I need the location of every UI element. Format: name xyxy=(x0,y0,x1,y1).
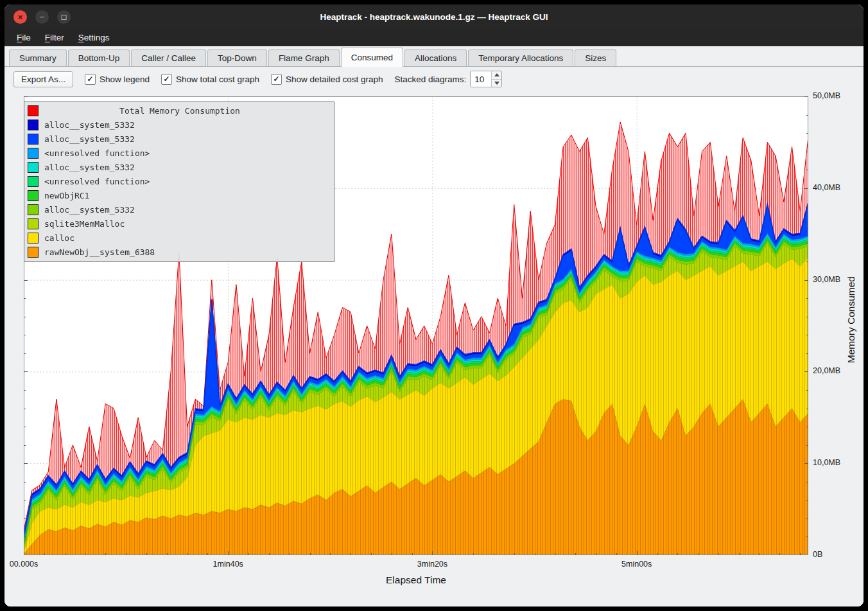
legend-swatch xyxy=(28,233,39,244)
tab-allocations[interactable]: Allocations xyxy=(404,49,467,66)
menubar: File Filter Settings xyxy=(4,29,864,46)
legend-label: alloc__system_5332 xyxy=(44,134,135,144)
tab-top-down[interactable]: Top-Down xyxy=(207,49,267,66)
legend-title-row: Total Memory Consumption xyxy=(28,103,331,118)
legend-swatch xyxy=(28,120,39,130)
spin-buttons xyxy=(491,71,501,87)
legend-item: alloc__system_5332 xyxy=(28,160,331,174)
legend-label: calloc xyxy=(44,233,74,243)
checkbox-box[interactable]: ✓ xyxy=(85,74,96,85)
export-as-button[interactable]: Export As... xyxy=(13,71,73,87)
stacked-diagrams-input[interactable] xyxy=(471,71,491,87)
tab-flame-graph[interactable]: Flame Graph xyxy=(268,49,340,66)
y-axis-title: Memory Consumed xyxy=(846,276,857,363)
legend-swatch xyxy=(28,176,39,187)
window-titlebar[interactable]: × – ◻ Heaptrack - heaptrack.wakunode.1.g… xyxy=(4,4,864,29)
show-total-cost-checkbox[interactable]: ✓ Show total cost graph xyxy=(161,74,259,85)
legend-item: newObjRC1 xyxy=(28,188,331,202)
x-tick-label: 3min20s xyxy=(417,560,447,569)
legend-item: rawNewObj__system_6388 xyxy=(28,245,331,259)
y-tick-label: 20,0MB xyxy=(813,366,840,375)
heaptrack-window: × – ◻ Heaptrack - heaptrack.wakunode.1.g… xyxy=(4,4,864,607)
y-tick-label: 30,0MB xyxy=(813,275,840,284)
legend-item: alloc__system_5332 xyxy=(28,202,331,217)
tab-summary[interactable]: Summary xyxy=(9,49,67,66)
stacked-diagrams-label: Stacked diagrams: xyxy=(395,75,467,84)
show-legend-label: Show legend xyxy=(100,75,150,84)
legend-swatch xyxy=(28,105,39,116)
legend-label: alloc__system_5332 xyxy=(44,163,135,172)
legend-item: alloc__system_5332 xyxy=(28,132,331,146)
tab-sizes[interactable]: Sizes xyxy=(575,49,616,66)
tab-caller-callee[interactable]: Caller / Callee xyxy=(131,49,206,66)
tab-bottom-up[interactable]: Bottom-Up xyxy=(68,49,130,66)
legend-item: sqlite3MemMalloc xyxy=(28,217,331,231)
chart-legend: Total Memory Consumptionalloc__system_53… xyxy=(24,102,334,262)
y-tick-label: 10,0MB xyxy=(813,458,840,467)
legend-label: <unresolved function> xyxy=(44,177,150,186)
show-total-cost-label: Show total cost graph xyxy=(176,75,259,84)
legend-item: alloc__system_5332 xyxy=(28,118,331,132)
menu-filter[interactable]: Filter xyxy=(38,31,71,44)
show-detailed-cost-label: Show detailed cost graph xyxy=(286,75,383,84)
legend-label: rawNewObj__system_6388 xyxy=(44,247,155,257)
legend-swatch xyxy=(28,134,39,145)
spin-up-icon xyxy=(494,73,499,76)
legend-item: <unresolved function> xyxy=(28,146,331,160)
show-legend-checkbox[interactable]: ✓ Show legend xyxy=(85,74,150,85)
y-tick-label: 50,0MB xyxy=(813,91,840,100)
legend-title: Total Memory Consumption xyxy=(44,106,331,116)
legend-swatch xyxy=(28,190,39,201)
y-tick-label: 0B xyxy=(813,550,822,559)
legend-label: alloc__system_5332 xyxy=(44,205,135,215)
x-tick-label: 00.000s xyxy=(10,560,38,569)
checkbox-box[interactable]: ✓ xyxy=(161,74,172,85)
menu-settings[interactable]: Settings xyxy=(71,31,117,44)
checkbox-box[interactable]: ✓ xyxy=(271,74,282,85)
tabbar: Summary Bottom-Up Caller / Callee Top-Do… xyxy=(4,46,864,67)
legend-swatch xyxy=(28,162,39,173)
spin-down-button[interactable] xyxy=(492,79,501,87)
menu-file[interactable]: File xyxy=(10,31,38,44)
legend-swatch xyxy=(28,148,39,159)
show-detailed-cost-checkbox[interactable]: ✓ Show detailed cost graph xyxy=(271,74,383,85)
legend-swatch xyxy=(28,247,39,258)
tab-temporary-allocations[interactable]: Temporary Allocations xyxy=(468,49,573,66)
legend-item: calloc xyxy=(28,231,331,245)
tab-consumed[interactable]: Consumed xyxy=(341,48,403,67)
legend-label: alloc__system_5332 xyxy=(44,120,135,130)
x-tick-label: 1min40s xyxy=(213,560,243,569)
legend-label: <unresolved function> xyxy=(44,148,150,158)
legend-item: <unresolved function> xyxy=(28,174,331,188)
legend-swatch xyxy=(28,204,39,215)
check-icon: ✓ xyxy=(273,75,279,83)
window-title: Heaptrack - heaptrack.wakunode.1.gz — He… xyxy=(4,4,864,29)
screen: { "window": { "title": "Heaptrack - heap… xyxy=(0,0,868,611)
legend-label: newObjRC1 xyxy=(44,191,89,200)
x-axis-title: Elapsed Time xyxy=(24,574,808,586)
legend-label: sqlite3MemMalloc xyxy=(44,219,125,229)
toolbar: Export As... ✓ Show legend ✓ Show total … xyxy=(4,67,864,91)
check-icon: ✓ xyxy=(87,75,94,83)
x-tick-label: 5min00s xyxy=(621,560,652,569)
chart-area: Total Memory Consumptionalloc__system_53… xyxy=(4,91,864,607)
spin-down-icon xyxy=(494,82,499,85)
spin-up-button[interactable] xyxy=(492,71,501,79)
stacked-diagrams-spinbox[interactable] xyxy=(470,71,502,87)
check-icon: ✓ xyxy=(164,75,170,83)
y-tick-label: 40,0MB xyxy=(813,183,840,192)
legend-swatch xyxy=(28,218,39,229)
